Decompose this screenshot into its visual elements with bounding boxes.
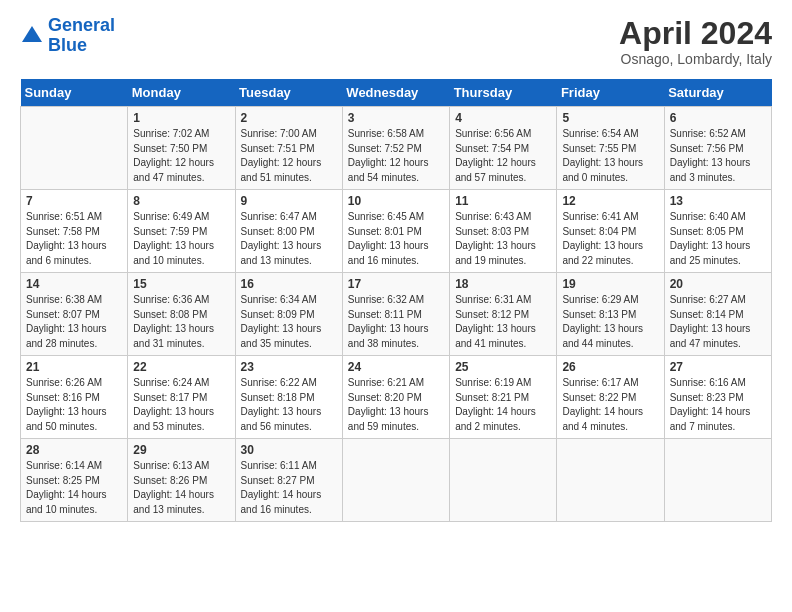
day-number: 30 — [241, 443, 337, 457]
calendar-cell: 12Sunrise: 6:41 AM Sunset: 8:04 PM Dayli… — [557, 190, 664, 273]
day-info: Sunrise: 7:00 AM Sunset: 7:51 PM Dayligh… — [241, 127, 337, 185]
logo-icon — [20, 24, 44, 48]
day-info: Sunrise: 6:47 AM Sunset: 8:00 PM Dayligh… — [241, 210, 337, 268]
main-title: April 2024 — [619, 16, 772, 51]
subtitle: Osnago, Lombardy, Italy — [619, 51, 772, 67]
day-number: 7 — [26, 194, 122, 208]
day-number: 18 — [455, 277, 551, 291]
day-info: Sunrise: 6:26 AM Sunset: 8:16 PM Dayligh… — [26, 376, 122, 434]
calendar-cell: 22Sunrise: 6:24 AM Sunset: 8:17 PM Dayli… — [128, 356, 235, 439]
day-number: 20 — [670, 277, 766, 291]
day-number: 17 — [348, 277, 444, 291]
day-info: Sunrise: 6:40 AM Sunset: 8:05 PM Dayligh… — [670, 210, 766, 268]
day-number: 12 — [562, 194, 658, 208]
day-number: 3 — [348, 111, 444, 125]
calendar-cell: 25Sunrise: 6:19 AM Sunset: 8:21 PM Dayli… — [450, 356, 557, 439]
calendar-week-4: 21Sunrise: 6:26 AM Sunset: 8:16 PM Dayli… — [21, 356, 772, 439]
calendar-week-5: 28Sunrise: 6:14 AM Sunset: 8:25 PM Dayli… — [21, 439, 772, 522]
day-number: 25 — [455, 360, 551, 374]
day-info: Sunrise: 6:27 AM Sunset: 8:14 PM Dayligh… — [670, 293, 766, 351]
day-number: 27 — [670, 360, 766, 374]
calendar-cell — [664, 439, 771, 522]
day-info: Sunrise: 6:52 AM Sunset: 7:56 PM Dayligh… — [670, 127, 766, 185]
day-info: Sunrise: 6:29 AM Sunset: 8:13 PM Dayligh… — [562, 293, 658, 351]
day-number: 29 — [133, 443, 229, 457]
column-header-thursday: Thursday — [450, 79, 557, 107]
day-info: Sunrise: 6:49 AM Sunset: 7:59 PM Dayligh… — [133, 210, 229, 268]
calendar-cell: 11Sunrise: 6:43 AM Sunset: 8:03 PM Dayli… — [450, 190, 557, 273]
calendar-cell — [342, 439, 449, 522]
day-info: Sunrise: 6:58 AM Sunset: 7:52 PM Dayligh… — [348, 127, 444, 185]
day-info: Sunrise: 6:24 AM Sunset: 8:17 PM Dayligh… — [133, 376, 229, 434]
calendar-cell: 28Sunrise: 6:14 AM Sunset: 8:25 PM Dayli… — [21, 439, 128, 522]
day-number: 14 — [26, 277, 122, 291]
day-info: Sunrise: 6:45 AM Sunset: 8:01 PM Dayligh… — [348, 210, 444, 268]
day-number: 10 — [348, 194, 444, 208]
column-header-wednesday: Wednesday — [342, 79, 449, 107]
calendar-cell: 19Sunrise: 6:29 AM Sunset: 8:13 PM Dayli… — [557, 273, 664, 356]
calendar-cell: 27Sunrise: 6:16 AM Sunset: 8:23 PM Dayli… — [664, 356, 771, 439]
day-info: Sunrise: 6:17 AM Sunset: 8:22 PM Dayligh… — [562, 376, 658, 434]
day-number: 21 — [26, 360, 122, 374]
calendar-cell: 18Sunrise: 6:31 AM Sunset: 8:12 PM Dayli… — [450, 273, 557, 356]
calendar-cell: 23Sunrise: 6:22 AM Sunset: 8:18 PM Dayli… — [235, 356, 342, 439]
page-header: General Blue April 2024 Osnago, Lombardy… — [20, 16, 772, 67]
day-number: 4 — [455, 111, 551, 125]
day-info: Sunrise: 6:43 AM Sunset: 8:03 PM Dayligh… — [455, 210, 551, 268]
calendar-week-3: 14Sunrise: 6:38 AM Sunset: 8:07 PM Dayli… — [21, 273, 772, 356]
calendar-cell: 29Sunrise: 6:13 AM Sunset: 8:26 PM Dayli… — [128, 439, 235, 522]
day-info: Sunrise: 6:56 AM Sunset: 7:54 PM Dayligh… — [455, 127, 551, 185]
calendar-cell: 17Sunrise: 6:32 AM Sunset: 8:11 PM Dayli… — [342, 273, 449, 356]
column-header-monday: Monday — [128, 79, 235, 107]
column-header-sunday: Sunday — [21, 79, 128, 107]
calendar-table: SundayMondayTuesdayWednesdayThursdayFrid… — [20, 79, 772, 522]
day-number: 15 — [133, 277, 229, 291]
column-header-saturday: Saturday — [664, 79, 771, 107]
logo: General Blue — [20, 16, 115, 56]
day-info: Sunrise: 6:21 AM Sunset: 8:20 PM Dayligh… — [348, 376, 444, 434]
day-number: 6 — [670, 111, 766, 125]
day-number: 5 — [562, 111, 658, 125]
day-info: Sunrise: 6:14 AM Sunset: 8:25 PM Dayligh… — [26, 459, 122, 517]
day-number: 9 — [241, 194, 337, 208]
calendar-cell: 30Sunrise: 6:11 AM Sunset: 8:27 PM Dayli… — [235, 439, 342, 522]
column-header-friday: Friday — [557, 79, 664, 107]
calendar-week-1: 1Sunrise: 7:02 AM Sunset: 7:50 PM Daylig… — [21, 107, 772, 190]
day-info: Sunrise: 6:11 AM Sunset: 8:27 PM Dayligh… — [241, 459, 337, 517]
calendar-cell: 9Sunrise: 6:47 AM Sunset: 8:00 PM Daylig… — [235, 190, 342, 273]
day-info: Sunrise: 6:54 AM Sunset: 7:55 PM Dayligh… — [562, 127, 658, 185]
calendar-cell: 21Sunrise: 6:26 AM Sunset: 8:16 PM Dayli… — [21, 356, 128, 439]
calendar-cell: 16Sunrise: 6:34 AM Sunset: 8:09 PM Dayli… — [235, 273, 342, 356]
column-header-tuesday: Tuesday — [235, 79, 342, 107]
calendar-cell — [450, 439, 557, 522]
day-info: Sunrise: 6:38 AM Sunset: 8:07 PM Dayligh… — [26, 293, 122, 351]
calendar-cell: 1Sunrise: 7:02 AM Sunset: 7:50 PM Daylig… — [128, 107, 235, 190]
calendar-cell: 7Sunrise: 6:51 AM Sunset: 7:58 PM Daylig… — [21, 190, 128, 273]
calendar-cell: 14Sunrise: 6:38 AM Sunset: 8:07 PM Dayli… — [21, 273, 128, 356]
day-number: 26 — [562, 360, 658, 374]
header-row: SundayMondayTuesdayWednesdayThursdayFrid… — [21, 79, 772, 107]
day-number: 8 — [133, 194, 229, 208]
logo-text: General Blue — [48, 16, 115, 56]
day-number: 19 — [562, 277, 658, 291]
day-info: Sunrise: 6:32 AM Sunset: 8:11 PM Dayligh… — [348, 293, 444, 351]
day-number: 16 — [241, 277, 337, 291]
day-number: 2 — [241, 111, 337, 125]
calendar-cell: 6Sunrise: 6:52 AM Sunset: 7:56 PM Daylig… — [664, 107, 771, 190]
calendar-cell: 3Sunrise: 6:58 AM Sunset: 7:52 PM Daylig… — [342, 107, 449, 190]
day-number: 1 — [133, 111, 229, 125]
day-number: 24 — [348, 360, 444, 374]
calendar-cell: 5Sunrise: 6:54 AM Sunset: 7:55 PM Daylig… — [557, 107, 664, 190]
calendar-cell — [557, 439, 664, 522]
calendar-cell: 13Sunrise: 6:40 AM Sunset: 8:05 PM Dayli… — [664, 190, 771, 273]
day-info: Sunrise: 6:16 AM Sunset: 8:23 PM Dayligh… — [670, 376, 766, 434]
day-number: 22 — [133, 360, 229, 374]
day-number: 23 — [241, 360, 337, 374]
calendar-cell: 24Sunrise: 6:21 AM Sunset: 8:20 PM Dayli… — [342, 356, 449, 439]
day-number: 13 — [670, 194, 766, 208]
calendar-cell: 2Sunrise: 7:00 AM Sunset: 7:51 PM Daylig… — [235, 107, 342, 190]
title-area: April 2024 Osnago, Lombardy, Italy — [619, 16, 772, 67]
day-info: Sunrise: 7:02 AM Sunset: 7:50 PM Dayligh… — [133, 127, 229, 185]
day-info: Sunrise: 6:31 AM Sunset: 8:12 PM Dayligh… — [455, 293, 551, 351]
calendar-week-2: 7Sunrise: 6:51 AM Sunset: 7:58 PM Daylig… — [21, 190, 772, 273]
